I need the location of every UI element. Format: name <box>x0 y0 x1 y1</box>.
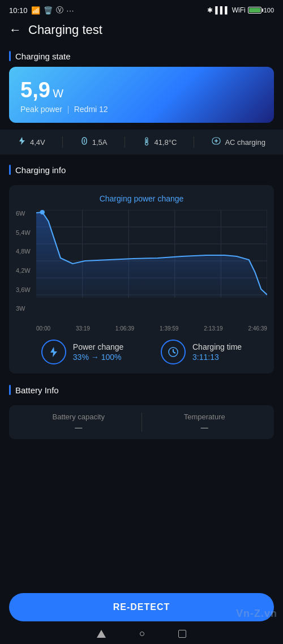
status-left: 10:10 📶 🗑️ Ⓥ ··· <box>9 5 74 15</box>
device-name: Redmi 12 <box>74 105 108 114</box>
battery-indicator <box>248 7 261 14</box>
section-accent <box>9 51 11 61</box>
current-value: 1,5A <box>92 138 108 147</box>
metric-current: 1,5A <box>80 136 108 148</box>
battery-fill <box>249 8 260 12</box>
status-right: ✱ ▌▌▌ WiFi 100 <box>207 6 274 14</box>
recents-nav-icon[interactable] <box>178 630 186 638</box>
bluetooth-icon: ✱ <box>207 6 213 14</box>
metrics-row: 4,4V 1,5A 41,8°C AC charging <box>0 130 283 154</box>
power-change-icon-circle <box>41 340 66 364</box>
power-change-label: Power change <box>73 342 124 351</box>
power-change-text: Power change 33% → 100% <box>73 342 124 362</box>
status-bar: 10:10 📶 🗑️ Ⓥ ··· ✱ ▌▌▌ WiFi 100 <box>0 0 283 18</box>
divider-3 <box>194 136 194 148</box>
battery-col-temp: Temperature — <box>142 413 268 432</box>
power-value: 5,9 <box>20 78 50 102</box>
metric-temp: 41,8°C <box>142 136 177 148</box>
charging-time-value: 3:11:13 <box>192 353 242 362</box>
charging-state-section-header: Charging state <box>0 44 283 67</box>
charging-time-icon-circle <box>161 340 186 364</box>
charging-info-label: Charging info <box>15 165 66 175</box>
charging-time-label: Charging time <box>192 342 242 351</box>
page-title: Charging test <box>28 23 102 37</box>
signal-bars-icon: ▌▌▌ <box>215 6 230 14</box>
y-axis-labels: 6W 5,4W 4,8W 4,2W 3,6W 3W <box>16 210 36 312</box>
time-display: 10:10 <box>9 6 28 15</box>
back-nav-icon[interactable] <box>97 630 106 638</box>
back-button[interactable]: ← <box>9 23 22 37</box>
wifi-icon: WiFi <box>232 6 246 14</box>
power-unit: W <box>53 87 63 100</box>
vpn-icon: Ⓥ <box>56 5 63 15</box>
metric-voltage: 4,4V <box>18 136 45 148</box>
battery-info-label: Battery Info <box>15 385 59 395</box>
top-nav: ← Charging test <box>0 18 283 44</box>
dots-icon: ··· <box>67 6 75 15</box>
charging-time-text: Charging time 3:11:13 <box>192 342 242 362</box>
battery-percent: 100 <box>264 7 274 14</box>
chart-area: 6W 5,4W 4,8W 4,2W 3,6W 3W <box>16 210 267 323</box>
charging-state-card: 5,9 W Peak power Redmi 12 <box>9 67 274 123</box>
chart-container: Charging power change 6W 5,4W 4,8W 4,2W … <box>9 185 274 373</box>
svg-marker-0 <box>19 137 25 145</box>
metric-ac: AC charging <box>211 136 265 148</box>
divider-2 <box>125 136 125 148</box>
section-accent-2 <box>9 165 11 175</box>
peak-power-label: Peak power Redmi 12 <box>20 105 263 114</box>
peak-label-text: Peak power <box>20 105 62 114</box>
x-axis-labels: 00:00 33:19 1:06:39 1:39:59 2:13:19 2:46… <box>16 323 267 332</box>
voltage-icon <box>18 136 27 148</box>
capacity-label: Battery capacity <box>53 413 105 421</box>
ac-icon <box>211 136 221 148</box>
battery-info-card: Battery capacity — Temperature — <box>9 405 274 439</box>
home-nav-icon[interactable] <box>140 632 144 636</box>
power-change-stat: Power change 33% → 100% <box>41 340 124 364</box>
charging-time-stat: Charging time 3:11:13 <box>161 340 242 364</box>
svg-marker-16 <box>36 212 267 298</box>
power-change-value: 33% → 100% <box>73 353 124 362</box>
bottom-nav <box>0 624 283 644</box>
temp-value-battery: — <box>201 423 208 432</box>
capacity-value: — <box>75 423 82 432</box>
temp-icon <box>142 136 151 148</box>
chart-svg <box>36 210 267 312</box>
svg-point-17 <box>40 210 45 214</box>
peak-power-row: 5,9 W <box>20 78 263 102</box>
signal-icon: 📶 <box>31 6 40 15</box>
battery-col-capacity: Battery capacity — <box>16 413 142 432</box>
ac-label: AC charging <box>225 138 265 147</box>
temp-value: 41,8°C <box>155 138 177 147</box>
voltage-value: 4,4V <box>30 138 45 147</box>
divider-1 <box>62 136 63 148</box>
battery-info-row: Battery capacity — Temperature — <box>9 406 274 439</box>
watermark: Vn-Z.vn <box>192 603 283 624</box>
chart-title: Charging power change <box>16 194 267 203</box>
charging-info-section-header: Charging info <box>0 158 283 181</box>
trash-icon: 🗑️ <box>44 6 53 15</box>
svg-marker-18 <box>50 347 57 357</box>
separator <box>68 106 68 114</box>
temp-label: Temperature <box>184 413 225 421</box>
battery-info-section-header: Battery Info <box>0 378 283 401</box>
svg-line-21 <box>173 352 175 353</box>
stats-row: Power change 33% → 100% Charging time 3:… <box>16 332 267 367</box>
section-accent-3 <box>9 385 11 395</box>
charging-state-label: Charging state <box>15 51 71 61</box>
current-icon <box>80 136 89 148</box>
